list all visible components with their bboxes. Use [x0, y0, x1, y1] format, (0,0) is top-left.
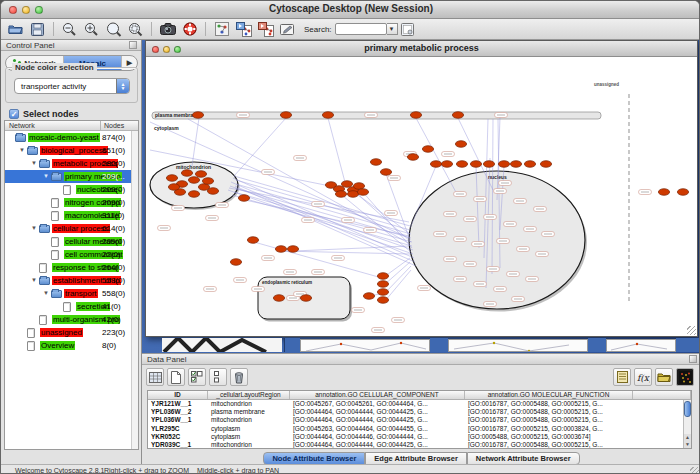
unselect-attributes-icon[interactable]: [209, 368, 227, 386]
tab-edge-attribute-browser[interactable]: Edge Attribute Browser: [365, 452, 466, 464]
table-scrollbar[interactable]: ▲▼: [683, 400, 691, 448]
table-row[interactable]: YJR121W__1mitochondrion[GO:0045267, GO:0…: [148, 400, 691, 408]
tree-row[interactable]: nucleobase-209(0): [5, 183, 138, 196]
tree-row[interactable]: ▼biological_process651(0): [5, 144, 138, 157]
tree-scrollbar[interactable]: [131, 131, 138, 449]
table-column-header[interactable]: ID: [148, 391, 208, 399]
open-icon[interactable]: [6, 21, 25, 38]
graph-node[interactable]: [452, 112, 463, 119]
zoom-selected-icon[interactable]: [126, 21, 145, 38]
disclosure-triangle-icon[interactable]: ▼: [19, 147, 25, 153]
network-panel-icon[interactable]: [212, 21, 231, 38]
graph-node[interactable]: [347, 191, 358, 198]
graph-node[interactable]: [168, 184, 179, 191]
graph-node[interactable]: [410, 112, 421, 119]
graph-node[interactable]: [370, 159, 381, 166]
help-ring-icon[interactable]: [180, 21, 199, 38]
app-resize-grip[interactable]: [690, 467, 699, 474]
table-row[interactable]: YLR295Ccytoplasm[GO:0045263, GO:0044464,…: [148, 425, 691, 433]
network-window-titlebar[interactable]: primary metabolic process: [146, 41, 697, 57]
app-titlebar[interactable]: Cytoscape Desktop (New Session): [1, 1, 700, 19]
graph-node[interactable]: [195, 171, 206, 178]
search-input[interactable]: [335, 23, 387, 35]
disclosure-triangle-icon[interactable]: ▼: [31, 277, 37, 283]
graph-node[interactable]: [275, 246, 286, 253]
tree-row[interactable]: mosaic-demo-yeast874(0): [5, 131, 138, 144]
graph-node[interactable]: [377, 289, 388, 296]
graph-node[interactable]: [430, 161, 441, 168]
graph-node[interactable]: [280, 112, 291, 119]
graph-node[interactable]: [188, 177, 199, 184]
tree-row[interactable]: ▼primary metabo209(...: [5, 170, 138, 183]
new-attribute-icon[interactable]: [167, 368, 185, 386]
search-dropdown-icon[interactable]: ▼: [387, 23, 398, 35]
graph-node[interactable]: [353, 183, 364, 190]
graph-node[interactable]: [456, 161, 467, 168]
disclosure-triangle-icon[interactable]: ▼: [31, 160, 37, 166]
float-panel-icon[interactable]: [689, 355, 697, 363]
tab-node-attribute-browser[interactable]: Node Attribute Browser: [263, 452, 365, 464]
graph-node[interactable]: [207, 188, 218, 195]
graph-node[interactable]: [510, 161, 521, 168]
formula-icon[interactable]: f(x): [634, 368, 652, 386]
tree-row[interactable]: cellular metabol209(0): [5, 235, 138, 248]
graph-node[interactable]: [335, 191, 346, 198]
select-nodes-checkbox[interactable]: ✓: [9, 109, 19, 119]
zoom-in-icon[interactable]: [82, 21, 101, 38]
disclosure-triangle-icon[interactable]: ▼: [43, 173, 49, 179]
zoom-fit-icon[interactable]: [104, 21, 123, 38]
tree-row[interactable]: Overview8(0): [5, 339, 138, 352]
tree-row[interactable]: ▼cellular process614(0): [5, 222, 138, 235]
tree-row[interactable]: ▼transport558(0): [5, 287, 138, 300]
graph-node[interactable]: [188, 191, 199, 198]
graph-node[interactable]: [247, 237, 258, 244]
tree-row[interactable]: cell communicat22(0): [5, 248, 138, 261]
network-canvas[interactable]: plasma membranecytoplasmmitochondrionnuc…: [148, 58, 696, 336]
graph-node[interactable]: [166, 175, 177, 182]
graph-node[interactable]: [498, 161, 509, 168]
export-image-icon[interactable]: [158, 21, 177, 38]
tree-row[interactable]: nitrogen compo209(0): [5, 196, 138, 209]
tab-network-attribute-browser[interactable]: Network Attribute Browser: [467, 452, 580, 464]
import-attributes-icon[interactable]: [655, 368, 673, 386]
annotation-icon[interactable]: [278, 21, 297, 38]
graph-node[interactable]: [341, 181, 352, 188]
graph-node[interactable]: [377, 273, 388, 280]
float-panel-icon[interactable]: [129, 41, 137, 49]
attribute-grid-icon[interactable]: [146, 368, 164, 386]
graph-node[interactable]: [357, 189, 368, 196]
graph-node[interactable]: [230, 259, 241, 266]
table-row[interactable]: YDR039C__1mitochondrion[GO:0044464, GO:0…: [148, 441, 691, 449]
graph-node[interactable]: [273, 295, 284, 302]
matrix-icon[interactable]: [676, 368, 694, 386]
graph-node[interactable]: [658, 189, 669, 196]
table-row[interactable]: YPL036W__2plasma membrane[GO:0044464, GO…: [148, 408, 691, 416]
table-row[interactable]: YKR052Ccytoplasm[GO:0044464, GO:0044446,…: [148, 433, 691, 441]
graph-node[interactable]: [455, 141, 466, 148]
graph-node[interactable]: [202, 178, 213, 185]
graph-node[interactable]: [322, 112, 333, 119]
tree-row[interactable]: macromolecule311(0): [5, 209, 138, 222]
table-row[interactable]: YPL036W__1mitochondrion[GO:0044464, GO:0…: [148, 416, 691, 424]
graph-node[interactable]: [192, 112, 203, 119]
zoom-out-icon[interactable]: [60, 21, 79, 38]
graph-node[interactable]: [287, 246, 298, 253]
attribute-list-icon[interactable]: [613, 368, 631, 386]
save-icon[interactable]: [28, 21, 47, 38]
graph-node[interactable]: [441, 161, 452, 168]
delete-attribute-icon[interactable]: [230, 368, 248, 386]
import-network-icon[interactable]: [234, 21, 253, 38]
table-column-header[interactable]: _cellularLayoutRegion: [208, 391, 290, 399]
graph-node[interactable]: [524, 161, 535, 168]
tree-row[interactable]: unassigned223(0): [5, 326, 138, 339]
graph-node[interactable]: [470, 161, 481, 168]
graph-node[interactable]: [422, 146, 433, 153]
tree-header[interactable]: Network Nodes: [5, 121, 138, 131]
table-column-header[interactable]: annotation.GO CELLULAR_COMPONENT: [290, 391, 465, 399]
disclosure-triangle-icon[interactable]: ▼: [31, 225, 37, 231]
node-color-dropdown[interactable]: transporter activity ▲▼: [14, 78, 130, 94]
graph-node[interactable]: [540, 161, 551, 168]
import-network-table-icon[interactable]: [256, 21, 275, 38]
graph-node[interactable]: [407, 154, 418, 161]
search-option-icon[interactable]: [398, 21, 417, 38]
